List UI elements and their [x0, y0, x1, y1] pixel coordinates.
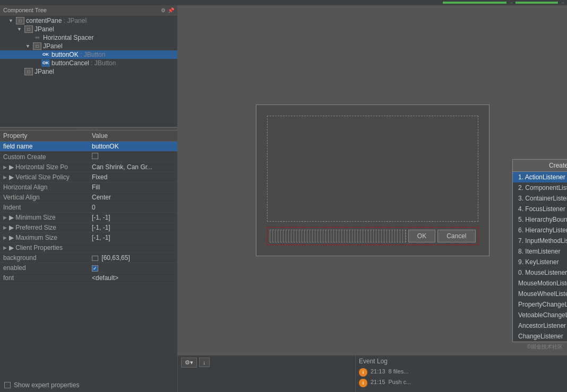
show-expert-properties[interactable]: Show expert properties [0, 378, 177, 392]
prop-col-property: Property [0, 130, 89, 142]
prop-value-prefsize: [-1, -1] [89, 223, 177, 233]
tree-item-jpanel1[interactable]: ▼ □ JPanel [0, 25, 177, 33]
checkbox-customcreate[interactable] [92, 153, 98, 159]
progress-arrow-1: → [509, 0, 513, 5]
expand-icon[interactable]: ▶ [3, 225, 7, 230]
dropdown-item-9[interactable]: 9. KeyListener [513, 257, 567, 267]
prop-name-halign: Horizontal Align [0, 182, 89, 193]
tree-arrow: ▼ [17, 27, 24, 32]
dropdown-item-8[interactable]: 8. ItemListener [513, 246, 567, 257]
tree-arrow: ▼ [25, 43, 33, 49]
prop-name-vsize: ▶ ▶ Vertical Size Policy [0, 172, 89, 182]
tree-item-buttoncancel[interactable]: OK buttonCancel : JButton [0, 59, 177, 67]
dropdown-item-1[interactable]: 1. ActionListener [513, 172, 567, 182]
event-log-entry-1: i 21:13 8 files... [359, 367, 564, 378]
dropdown-item-4[interactable]: 4. FocusListener [513, 204, 567, 214]
prop-name-maxsize: ▶ ▶ Maximum Size [0, 233, 89, 243]
prop-value-indent: 0 [89, 203, 177, 213]
prop-row-valign[interactable]: Vertical Align Center [0, 193, 177, 203]
dropdown-item-5[interactable]: 5. HierarchyBoundsListener [513, 214, 567, 225]
dropdown-item-0[interactable]: 0. MouseListener [513, 267, 567, 278]
expand-icon[interactable]: ▶ [3, 215, 7, 220]
expand-icon[interactable]: ▶ [3, 245, 7, 250]
tree-item-buttonok[interactable]: OK buttonOK : JButton [0, 50, 177, 59]
tree-label: JPanel [43, 42, 63, 50]
progress-arrow-2: → [560, 0, 565, 5]
dropdown-item-propchange[interactable]: PropertyChangeListener [513, 299, 567, 310]
toolbar-download-btn[interactable]: ↓ [199, 358, 210, 367]
prop-value-clientprops [89, 243, 177, 253]
spacer-icon: ⇔ [33, 34, 41, 41]
dropdown-header: Create Listener [512, 159, 567, 171]
prop-name-indent: Indent [0, 203, 89, 213]
prop-row-halign[interactable]: Horizontal Align Fill [0, 182, 177, 193]
prop-value-customcreate [89, 152, 177, 162]
prop-row-vsize[interactable]: ▶ ▶ Vertical Size Policy Fixed [0, 172, 177, 182]
prop-row-hsize[interactable]: ▶ ▶ Horizontal Size Po Can Shrink, Can G… [0, 162, 177, 172]
prop-name-hsize: ▶ ▶ Horizontal Size Po [0, 162, 89, 172]
color-swatch[interactable] [92, 256, 98, 261]
prop-row-indent[interactable]: Indent 0 [0, 203, 177, 213]
prop-value-maxsize: [-1, -1] [89, 233, 177, 243]
expand-icon[interactable]: ▶ [3, 175, 7, 180]
toolbar-settings-btn[interactable]: ⚙▾ [181, 358, 197, 368]
event-icon-1: i [359, 368, 367, 377]
prop-value-background: [60,63,65] [89, 253, 177, 263]
vsize-label: ▶ Vertical Size Policy [9, 173, 70, 181]
cancel-button[interactable]: Cancel [437, 230, 475, 242]
dropdown-item-2[interactable]: 2. ComponentListener [513, 182, 567, 193]
checkbox-enabled[interactable]: ✓ [92, 265, 98, 272]
dropdown-item-7[interactable]: 7. InputMethodListener [513, 236, 567, 246]
prop-value-fieldname[interactable]: buttonOK [89, 142, 177, 152]
horizontal-spacer [270, 230, 406, 242]
prop-value-hsize: Can Shrink, Can Gr... [89, 162, 177, 172]
prop-row-clientprops[interactable]: ▶ ▶ Client Properties [0, 243, 177, 253]
tree-item-hspacer[interactable]: ⇔ Horizontal Spacer [0, 33, 177, 42]
prop-row-fieldname[interactable]: field name buttonOK [0, 142, 177, 152]
event-icon-2: i [359, 379, 367, 387]
expand-icon[interactable]: ▶ [3, 235, 7, 240]
ok-button[interactable]: OK [408, 230, 435, 242]
dropdown-item-ancestor[interactable]: AncestorListener [513, 320, 567, 331]
progress-bar-2 [516, 2, 558, 4]
dropdown-item-mousewheel[interactable]: MouseWheelListener [513, 289, 567, 299]
expand-icon[interactable]: ▶ [3, 164, 7, 170]
right-panel: OK Cancel Create Listener 1. ActionListe… [178, 5, 567, 392]
tree-item-contentpane[interactable]: ▼ □ contentPane : JPanel [0, 16, 177, 25]
tree-label: contentPane : JPanel [26, 17, 87, 24]
prop-row-font[interactable]: font <default> [0, 273, 177, 283]
tree-label: Horizontal Spacer [43, 34, 93, 41]
tree-item-jpanel3[interactable]: □ JPanel [0, 67, 177, 76]
design-area: OK Cancel Create Listener 1. ActionListe… [178, 5, 567, 355]
jpanel-icon: □ [33, 42, 41, 50]
bottom-toolbar: ⚙▾ ↓ [178, 355, 356, 392]
tree-label: JPanel [35, 68, 54, 75]
dropdown-item-3[interactable]: 3. ContainerListener [513, 193, 567, 204]
settings-icon[interactable]: ⚙ [161, 7, 166, 13]
prop-value-valign: Center [89, 193, 177, 203]
properties-panel: Property Value field name buttonOK Custo… [0, 130, 177, 392]
event-log-entry-2: i 21:15 Push c... [359, 378, 564, 388]
prop-value-minsize: [-1, -1] [89, 213, 177, 223]
prop-row-minsize[interactable]: ▶ ▶ Minimum Size [-1, -1] [0, 213, 177, 223]
dropdown-item-mousemotion[interactable]: MouseMotionListener [513, 278, 567, 289]
dropdown-item-6[interactable]: 6. HierarchyListener [513, 225, 567, 236]
prop-row-enabled[interactable]: enabled ✓ [0, 263, 177, 273]
tree-item-jpanel2[interactable]: ▼ □ JPanel [0, 42, 177, 50]
left-panel: Component Tree ⚙ 📌 ▼ □ contentPane : JPa… [0, 5, 178, 392]
top-bar: → → [0, 0, 567, 5]
prop-row-background[interactable]: background [60,63,65] [0, 253, 177, 263]
main-layout: Component Tree ⚙ 📌 ▼ □ contentPane : JPa… [0, 5, 567, 392]
prop-name-minsize: ▶ ▶ Minimum Size [0, 213, 89, 223]
prop-row-prefsize[interactable]: ▶ ▶ Preferred Size [-1, -1] [0, 223, 177, 233]
properties-table: Property Value field name buttonOK Custo… [0, 130, 177, 283]
jpanel-icon: □ [24, 68, 33, 75]
expert-checkbox[interactable] [4, 382, 11, 388]
dropdown-item-change[interactable]: ChangeListener [513, 331, 567, 342]
progress-bars: → → [443, 0, 565, 5]
prop-row-customcreate[interactable]: Custom Create [0, 152, 177, 162]
dropdown-list: 1. ActionListener 2. ComponentListener 3… [512, 171, 567, 342]
dropdown-item-vetoable[interactable]: VetoableChangeListener [513, 310, 567, 320]
prop-row-maxsize[interactable]: ▶ ▶ Maximum Size [-1, -1] [0, 233, 177, 243]
pin-icon[interactable]: 📌 [168, 7, 174, 13]
